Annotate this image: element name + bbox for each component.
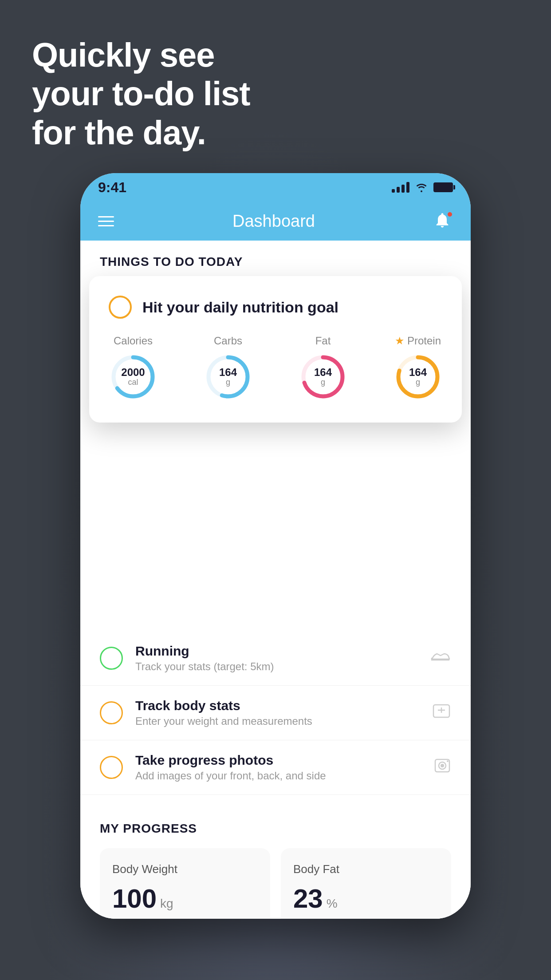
app-header: Dashboard [80, 202, 471, 241]
todo-item-running[interactable]: Running Track your stats (target: 5km) [80, 631, 471, 686]
progress-section: MY PROGRESS Body Weight 100 kg [80, 822, 471, 919]
section-title: THINGS TO DO TODAY [80, 241, 471, 276]
phone-mockup: 9:41 Dashboard [80, 173, 471, 919]
hamburger-line [98, 225, 114, 226]
menu-button[interactable] [98, 216, 114, 226]
status-icons [392, 182, 453, 193]
todo-circle-running [100, 647, 123, 670]
protein-item: ★ Protein 164 g [394, 335, 442, 401]
protein-donut: 164 g [394, 352, 442, 401]
star-icon: ★ [395, 335, 405, 347]
todo-subtitle-body-stats: Enter your weight and measurements [135, 715, 419, 727]
scale-icon [432, 702, 451, 724]
body-weight-unit: kg [160, 897, 173, 911]
wifi-icon [415, 182, 428, 192]
hamburger-line [98, 216, 114, 217]
body-fat-card[interactable]: Body Fat 23 % [281, 848, 451, 919]
photo-icon [433, 757, 451, 778]
headline: Quickly see your to-do list for the day. [32, 36, 250, 152]
todo-title-running: Running [135, 644, 417, 659]
carbs-donut: 164 g [204, 352, 252, 401]
fat-donut: 164 g [299, 352, 347, 401]
body-fat-value-row: 23 % [293, 883, 439, 914]
calories-donut: 2000 cal [109, 352, 157, 401]
body-weight-value: 100 [112, 883, 157, 914]
todo-title-body-stats: Track body stats [135, 698, 419, 713]
carbs-label: Carbs [214, 335, 242, 347]
card-title-row: Hit your daily nutrition goal [109, 296, 442, 319]
body-fat-unit: % [327, 897, 338, 911]
todo-text-photos: Take progress photos Add images of your … [135, 753, 421, 782]
body-weight-value-row: 100 kg [112, 883, 258, 914]
progress-title: MY PROGRESS [100, 822, 451, 836]
phone-content: THINGS TO DO TODAY Hit your daily nutrit… [80, 241, 471, 919]
todo-item-photos[interactable]: Take progress photos Add images of your … [80, 740, 471, 795]
todo-text-running: Running Track your stats (target: 5km) [135, 644, 417, 673]
body-fat-title: Body Fat [293, 862, 439, 876]
header-title: Dashboard [232, 212, 315, 231]
card-title: Hit your daily nutrition goal [142, 299, 338, 316]
notification-dot [447, 211, 453, 217]
todo-item-body-stats[interactable]: Track body stats Enter your weight and m… [80, 686, 471, 740]
todo-circle-body-stats [100, 701, 123, 724]
nutrition-card[interactable]: Hit your daily nutrition goal Calories 2… [89, 276, 462, 423]
notification-button[interactable] [433, 211, 453, 231]
nutrition-row: Calories 2000 cal Carbs [109, 335, 442, 401]
progress-cards: Body Weight 100 kg [100, 848, 451, 919]
fat-label: Fat [315, 335, 331, 347]
todo-subtitle-photos: Add images of your front, back, and side [135, 770, 421, 782]
shoe-icon [430, 648, 451, 669]
fat-item: Fat 164 g [299, 335, 347, 401]
status-bar: 9:41 [80, 173, 471, 202]
body-weight-card[interactable]: Body Weight 100 kg [100, 848, 270, 919]
todo-list: Running Track your stats (target: 5km) T… [80, 631, 471, 795]
svg-point-11 [441, 764, 444, 767]
calories-label: Calories [114, 335, 153, 347]
carbs-item: Carbs 164 g [204, 335, 252, 401]
battery-icon [433, 182, 453, 192]
protein-label: ★ Protein [395, 335, 441, 347]
todo-subtitle-running: Track your stats (target: 5km) [135, 660, 417, 673]
todo-title-photos: Take progress photos [135, 753, 421, 768]
calories-item: Calories 2000 cal [109, 335, 157, 401]
todo-text-body-stats: Track body stats Enter your weight and m… [135, 698, 419, 727]
signal-icon [392, 182, 409, 193]
task-circle [109, 296, 132, 319]
svg-point-12 [447, 760, 449, 762]
status-time: 9:41 [98, 179, 126, 196]
body-weight-title: Body Weight [112, 862, 258, 876]
body-fat-value: 23 [293, 883, 323, 914]
hamburger-line [98, 221, 114, 222]
todo-circle-photos [100, 756, 123, 779]
